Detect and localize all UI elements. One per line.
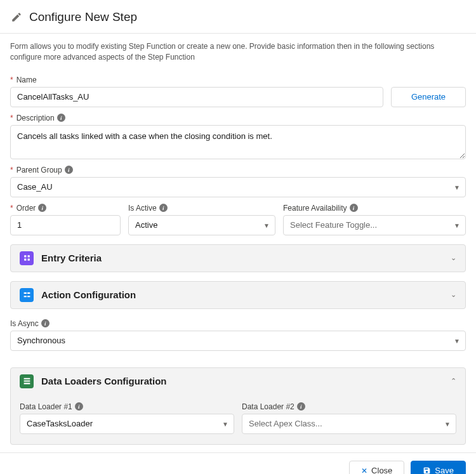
- is-async-select[interactable]: Synchronous ▼: [10, 331, 466, 351]
- field-is-async: Is Async i Synchronous ▼: [10, 319, 466, 351]
- order-input[interactable]: [10, 215, 121, 235]
- row-data-loaders: Data Loader #1 i CaseTasksLoader ▼ Data …: [20, 402, 456, 434]
- chevron-up-icon: ⌃: [451, 377, 456, 385]
- info-icon[interactable]: i: [57, 114, 65, 122]
- form-body: * Name Generate * Description i: [0, 67, 476, 453]
- panel-action-config-header[interactable]: Action Configuration ⌄: [11, 282, 465, 308]
- label-feature-availability-text: Feature Availability: [283, 204, 347, 213]
- chevron-down-icon: ▼: [222, 420, 228, 427]
- required-marker: *: [10, 114, 13, 122]
- label-parent-group-text: Parent Group: [17, 166, 62, 174]
- field-order: * Order i: [10, 204, 121, 235]
- panel-action-config: Action Configuration ⌄: [10, 281, 466, 309]
- label-order: * Order i: [10, 204, 121, 213]
- data-loaders-icon: [20, 374, 34, 388]
- panel-entry-criteria-header[interactable]: Entry Criteria ⌄: [11, 245, 465, 272]
- row-parent-group: * Parent Group i Case_AU ▼: [10, 166, 466, 197]
- name-input[interactable]: [10, 87, 383, 107]
- field-name: * Name: [10, 76, 383, 107]
- label-data-loader-1: Data Loader #1 i: [20, 402, 234, 411]
- required-marker: *: [10, 76, 13, 84]
- label-data-loader-1-text: Data Loader #1: [20, 402, 72, 411]
- label-parent-group: * Parent Group i: [10, 166, 466, 174]
- required-marker: *: [10, 166, 13, 174]
- is-active-value: Active: [135, 220, 157, 230]
- info-icon[interactable]: i: [159, 204, 168, 212]
- info-icon[interactable]: i: [38, 204, 46, 212]
- pencil-icon: [10, 11, 23, 23]
- is-active-select[interactable]: Active ▼: [128, 215, 275, 235]
- parent-group-select[interactable]: Case_AU ▼: [10, 177, 466, 197]
- panel-entry-criteria-title: Entry Criteria: [41, 253, 443, 263]
- label-is-active: Is Active i: [128, 204, 275, 213]
- panel-data-loaders: Data Loaders Configuration ⌃ Data Loader…: [10, 367, 466, 445]
- label-data-loader-2: Data Loader #2 i: [242, 402, 456, 411]
- row-name: * Name Generate: [10, 76, 466, 107]
- data-loader-2-placeholder: Select Apex Class...: [249, 419, 322, 428]
- generate-button[interactable]: Generate: [391, 87, 466, 107]
- panel-data-loaders-header[interactable]: Data Loaders Configuration ⌃: [11, 368, 465, 395]
- chevron-down-icon: ⌄: [451, 254, 456, 262]
- info-icon[interactable]: i: [41, 319, 50, 327]
- field-data-loader-2: Data Loader #2 i Select Apex Class... ▼: [242, 402, 456, 434]
- parent-group-value: Case_AU: [17, 182, 53, 192]
- panel-action-config-title: Action Configuration: [41, 289, 443, 300]
- save-button[interactable]: Save: [411, 461, 466, 474]
- dialog-intro-text: Form allows you to modify existing Step …: [0, 34, 476, 67]
- close-button-label: Close: [371, 466, 392, 474]
- data-loader-2-select[interactable]: Select Apex Class... ▼: [242, 414, 456, 434]
- data-loader-1-select[interactable]: CaseTasksLoader ▼: [20, 414, 234, 434]
- generate-button-label: Generate: [411, 92, 446, 102]
- chevron-down-icon: ▼: [454, 221, 460, 228]
- label-is-async-text: Is Async: [10, 319, 39, 328]
- label-data-loader-2-text: Data Loader #2: [242, 402, 294, 411]
- chevron-down-icon: ▼: [454, 183, 460, 190]
- chevron-down-icon: ▼: [454, 337, 460, 344]
- label-description: * Description i: [10, 114, 466, 122]
- label-feature-availability: Feature Availability i: [283, 204, 466, 213]
- panel-entry-criteria: Entry Criteria ⌄: [10, 244, 466, 272]
- row-order-active-feature: * Order i Is Active i Active ▼ Feature: [10, 204, 466, 235]
- dialog-header: Configure New Step: [0, 0, 476, 34]
- save-icon: [423, 466, 431, 474]
- chevron-down-icon: ▼: [444, 420, 451, 427]
- field-feature-availability: Feature Availability i Select Feature To…: [283, 204, 466, 235]
- data-loader-1-value: CaseTasksLoader: [27, 419, 93, 428]
- label-order-text: Order: [17, 204, 36, 213]
- field-description: * Description i: [10, 114, 466, 159]
- is-async-value: Synchronous: [17, 336, 65, 345]
- dialog-title: Configure New Step: [29, 10, 137, 24]
- info-icon[interactable]: i: [65, 166, 73, 174]
- label-name-text: Name: [17, 76, 37, 84]
- entry-criteria-icon: [20, 251, 34, 265]
- close-icon: [361, 466, 367, 474]
- configure-step-dialog: Configure New Step Form allows you to mo…: [0, 0, 476, 474]
- field-parent-group: * Parent Group i Case_AU ▼: [10, 166, 466, 197]
- required-marker: *: [10, 204, 13, 213]
- panel-data-loaders-title: Data Loaders Configuration: [41, 376, 443, 386]
- action-config-icon: [20, 288, 34, 302]
- feature-availability-select[interactable]: Select Feature Toggle... ▼: [283, 215, 466, 235]
- row-description: * Description i: [10, 114, 466, 159]
- label-name: * Name: [10, 76, 383, 84]
- chevron-down-icon: ▼: [263, 221, 270, 228]
- row-is-async: Is Async i Synchronous ▼: [10, 319, 466, 351]
- label-generate-spacer: [391, 76, 466, 84]
- field-data-loader-1: Data Loader #1 i CaseTasksLoader ▼: [20, 402, 234, 434]
- close-button[interactable]: Close: [349, 461, 404, 474]
- label-description-text: Description: [17, 114, 55, 122]
- description-input[interactable]: [10, 125, 466, 159]
- feature-availability-placeholder: Select Feature Toggle...: [290, 220, 377, 230]
- field-generate: Generate: [391, 76, 466, 107]
- field-is-active: Is Active i Active ▼: [128, 204, 275, 235]
- info-icon[interactable]: i: [297, 402, 305, 411]
- label-is-async: Is Async i: [10, 319, 466, 328]
- info-icon[interactable]: i: [75, 402, 83, 411]
- label-is-active-text: Is Active: [128, 204, 157, 213]
- panel-data-loaders-body: Data Loader #1 i CaseTasksLoader ▼ Data …: [11, 395, 465, 444]
- save-button-label: Save: [435, 466, 454, 474]
- info-icon[interactable]: i: [350, 204, 358, 212]
- dialog-footer: Close Save: [0, 453, 476, 474]
- chevron-down-icon: ⌄: [451, 291, 456, 299]
